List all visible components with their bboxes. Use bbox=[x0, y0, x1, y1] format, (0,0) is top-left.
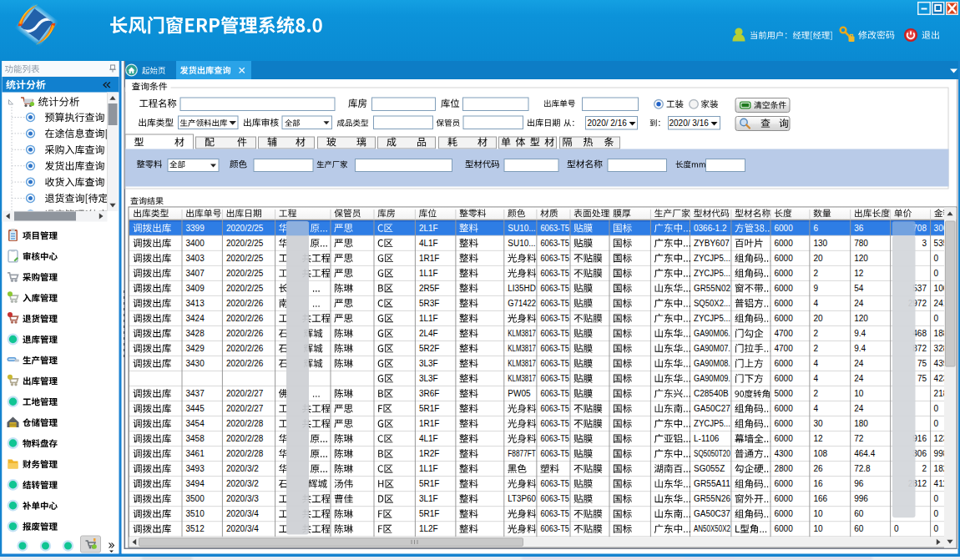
svg-text:3L3F: 3L3F bbox=[419, 359, 438, 368]
svg-text:6000: 6000 bbox=[775, 419, 794, 428]
svg-text:ZYCJP5...: ZYCJP5... bbox=[694, 314, 730, 323]
svg-text:6063-T5: 6063-T5 bbox=[540, 269, 569, 278]
svg-text:1R1F: 1R1F bbox=[419, 254, 439, 263]
svg-text:3400: 3400 bbox=[186, 239, 205, 248]
svg-text:0: 0 bbox=[934, 419, 939, 428]
svg-text:2: 2 bbox=[922, 464, 927, 473]
svg-text:6: 6 bbox=[813, 224, 818, 233]
svg-text:5000: 5000 bbox=[775, 389, 794, 398]
svg-text:6000: 6000 bbox=[775, 404, 794, 413]
svg-text:C28540B: C28540B bbox=[694, 389, 729, 398]
svg-text:180: 180 bbox=[854, 419, 868, 428]
svg-text:26: 26 bbox=[813, 464, 823, 473]
svg-text:GA50C27: GA50C27 bbox=[694, 404, 730, 413]
svg-text:5R2F: 5R2F bbox=[419, 344, 439, 353]
svg-text:20: 20 bbox=[813, 254, 823, 263]
svg-text:GA90M08.: GA90M08. bbox=[694, 359, 730, 368]
svg-text:3429: 3429 bbox=[186, 344, 205, 353]
svg-text:2800: 2800 bbox=[775, 464, 794, 473]
svg-text:LI35HD: LI35HD bbox=[508, 284, 536, 293]
svg-text:2020/2/27: 2020/2/27 bbox=[226, 389, 264, 398]
svg-text:GA90M06.: GA90M06. bbox=[694, 329, 730, 338]
svg-text:2020/3/4: 2020/3/4 bbox=[226, 509, 259, 518]
svg-text:120: 120 bbox=[854, 314, 868, 323]
svg-text:6063-T5: 6063-T5 bbox=[540, 449, 569, 458]
svg-text:2020/2/28: 2020/2/28 bbox=[226, 419, 264, 428]
svg-text:2R5F: 2R5F bbox=[419, 284, 439, 293]
svg-text:6000: 6000 bbox=[775, 524, 794, 533]
svg-text:3494: 3494 bbox=[186, 479, 205, 488]
svg-text:LT3P60: LT3P60 bbox=[508, 494, 536, 503]
svg-text:6063-T5: 6063-T5 bbox=[540, 419, 569, 428]
svg-text:3428: 3428 bbox=[186, 329, 205, 338]
svg-text:PW05: PW05 bbox=[508, 389, 531, 398]
svg-text:5R1F: 5R1F bbox=[419, 509, 439, 518]
svg-text:2020/2/25: 2020/2/25 bbox=[226, 239, 264, 248]
svg-text:3512: 3512 bbox=[186, 524, 205, 533]
svg-text:36: 36 bbox=[854, 224, 864, 233]
svg-text:6063-T5: 6063-T5 bbox=[540, 239, 569, 248]
svg-text:3R6F: 3R6F bbox=[419, 389, 439, 398]
svg-text:6063-T5: 6063-T5 bbox=[540, 374, 569, 383]
svg-text:6000: 6000 bbox=[775, 509, 794, 518]
svg-text:2020/2/25: 2020/2/25 bbox=[226, 224, 264, 233]
svg-text:4L1F: 4L1F bbox=[419, 239, 438, 248]
svg-text:3493: 3493 bbox=[186, 464, 205, 473]
svg-text:3510: 3510 bbox=[186, 509, 205, 518]
svg-text:SQ5050T20: SQ5050T20 bbox=[694, 449, 730, 458]
svg-text:3L1F: 3L1F bbox=[419, 494, 438, 503]
svg-text:5R3F: 5R3F bbox=[419, 299, 439, 308]
svg-text:SQ50X2...: SQ50X2... bbox=[694, 299, 730, 308]
svg-text:72.8: 72.8 bbox=[854, 464, 871, 473]
svg-text:GR55N26: GR55N26 bbox=[694, 494, 730, 503]
svg-text:4: 4 bbox=[813, 359, 818, 368]
svg-text:F8877FT: F8877FT bbox=[508, 449, 536, 458]
svg-text:2020/2/26: 2020/2/26 bbox=[226, 314, 264, 323]
svg-text:3413: 3413 bbox=[186, 299, 205, 308]
svg-text:120: 120 bbox=[854, 254, 868, 263]
svg-text:1L1F: 1L1F bbox=[419, 314, 438, 323]
svg-text:4: 4 bbox=[813, 374, 818, 383]
svg-text:6063-T5: 6063-T5 bbox=[540, 359, 569, 368]
svg-text:12: 12 bbox=[813, 434, 823, 443]
svg-text:6063-T5: 6063-T5 bbox=[540, 524, 569, 533]
svg-text:2: 2 bbox=[813, 389, 818, 398]
svg-text:6063-T5: 6063-T5 bbox=[540, 329, 569, 338]
svg-text:4700: 4700 bbox=[775, 344, 794, 353]
svg-text:3437: 3437 bbox=[186, 389, 205, 398]
svg-text:75: 75 bbox=[917, 374, 927, 383]
svg-text:10: 10 bbox=[813, 524, 823, 533]
svg-text:3407: 3407 bbox=[186, 269, 205, 278]
svg-text:6000: 6000 bbox=[775, 314, 794, 323]
svg-text:ZYCJP5...: ZYCJP5... bbox=[694, 419, 730, 428]
svg-text:6063-T5: 6063-T5 bbox=[540, 389, 569, 398]
svg-text:1R1F: 1R1F bbox=[419, 419, 439, 428]
svg-text:KLM3817: KLM3817 bbox=[508, 359, 536, 368]
svg-text:KLM3817: KLM3817 bbox=[508, 329, 536, 338]
svg-text:780: 780 bbox=[854, 239, 868, 248]
svg-text:GA90M09.: GA90M09. bbox=[694, 374, 730, 383]
svg-text:ZYCJP5...: ZYCJP5... bbox=[694, 254, 730, 263]
svg-text:166: 166 bbox=[813, 494, 827, 503]
svg-text:24: 24 bbox=[854, 404, 864, 413]
svg-text:2020/2/27: 2020/2/27 bbox=[226, 404, 264, 413]
svg-text:6000: 6000 bbox=[775, 224, 794, 233]
svg-text:3461: 3461 bbox=[186, 449, 205, 458]
svg-text:6063-T5: 6063-T5 bbox=[540, 314, 569, 323]
svg-text:6000: 6000 bbox=[775, 374, 794, 383]
svg-text:464.4: 464.4 bbox=[854, 449, 875, 458]
svg-text:AN50X50X2: AN50X50X2 bbox=[694, 524, 730, 533]
svg-text:2020/ 3/16: 2020/ 3/16 bbox=[669, 119, 710, 128]
svg-text:6063-T5: 6063-T5 bbox=[540, 509, 569, 518]
svg-text:30: 30 bbox=[813, 419, 823, 428]
svg-text:SU10...: SU10... bbox=[508, 224, 535, 233]
svg-text:6063-T5: 6063-T5 bbox=[540, 284, 569, 293]
svg-text:2020/2/25: 2020/2/25 bbox=[226, 254, 264, 263]
svg-text:2020/3/3: 2020/3/3 bbox=[226, 494, 259, 503]
svg-text:2L4F: 2L4F bbox=[419, 329, 438, 338]
svg-text:0: 0 bbox=[934, 524, 939, 533]
svg-text:96: 96 bbox=[854, 479, 864, 488]
svg-text:2020/3/2: 2020/3/2 bbox=[226, 479, 259, 488]
svg-text:SU10...: SU10... bbox=[508, 239, 535, 248]
svg-text:2020/2/26: 2020/2/26 bbox=[226, 329, 264, 338]
